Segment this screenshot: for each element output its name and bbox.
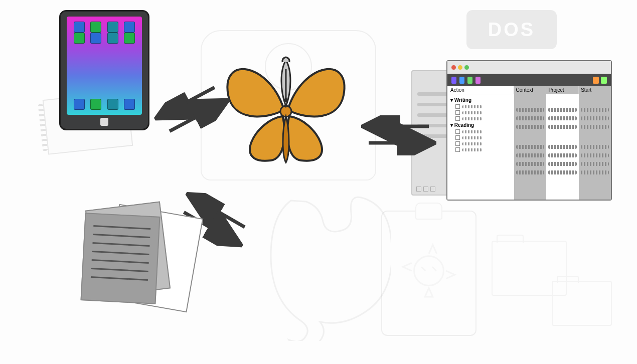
app-icon [107,22,118,33]
task-group: ▾ Reading [450,122,511,128]
app-icon [74,99,85,110]
app-icon [74,33,85,44]
bg-folders-icon [492,221,622,336]
task-row [455,116,511,121]
table-header: Action Context Project Start [447,86,611,94]
table-body: ▾ Writing ▾ Reading [447,94,611,200]
dos-badge: DOS [466,10,557,49]
document-page [81,213,161,304]
window-toolbar [447,74,611,86]
toolbar-chip-icon [467,77,472,84]
toolbar-chip-icon [593,77,599,84]
toolbar-chip-icon [475,77,481,84]
tablet-device [59,10,149,130]
app-icon [124,33,135,44]
tablet-screen [67,17,142,115]
close-dot-icon [451,65,456,70]
max-dot-icon [464,65,469,70]
column-header: Context [514,86,547,94]
app-icon [90,99,101,110]
column-header: Action [447,86,514,94]
app-icon [90,22,101,33]
app-icon [124,99,135,110]
svg-point-2 [284,98,288,102]
app-icon [107,33,118,44]
task-manager-window: Action Context Project Start ▾ Writing ▾… [446,60,612,201]
column-header: Start [579,86,611,94]
dos-label: DOS [488,19,535,41]
group-label: Reading [454,122,474,128]
task-row [455,147,511,152]
app-icon [107,99,118,110]
toolbar-chip-icon [459,77,464,84]
task-row [455,135,511,140]
task-row [455,104,511,109]
sync-arrows-taskwindow [361,115,436,157]
min-dot-icon [458,65,462,70]
column-header: Project [546,86,579,94]
tablet-home-button [100,118,108,126]
window-titlebar [447,61,611,74]
group-label: Writing [454,97,471,103]
app-icon [124,22,135,33]
task-row [455,141,511,146]
bg-clipboard-icon [381,211,476,336]
task-group: ▾ Writing [450,97,511,103]
toolbar-chip-icon [451,77,456,84]
documents-stack [75,201,206,321]
app-icon [90,33,101,44]
svg-point-0 [414,256,444,286]
task-row [455,110,511,115]
butterfly-logo-icon [216,50,356,180]
app-icon [74,22,85,33]
toolbar-chip-icon [601,77,607,84]
task-row [455,129,511,134]
bg-elephant-icon [261,191,391,341]
